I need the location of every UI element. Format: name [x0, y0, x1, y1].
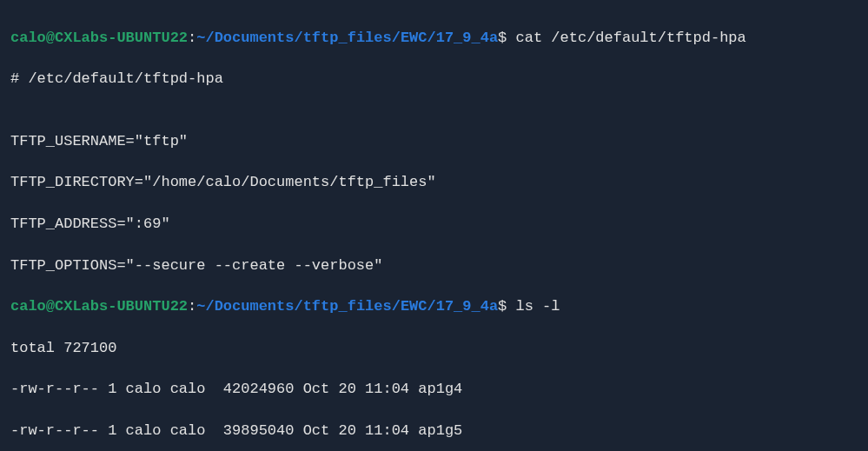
output-address: TFTP_ADDRESS=":69" [10, 214, 858, 235]
output-username: TFTP_USERNAME="tftp" [10, 131, 858, 152]
ls-row: -rw-r--r-- 1 calo calo 39895040 Oct 20 1… [10, 421, 858, 441]
prompt-line-2: calo@CXLabs-UBUNTU22:~/Documents/tftp_fi… [10, 296, 858, 317]
output-options: TFTP_OPTIONS="--secure --create --verbos… [10, 255, 858, 276]
colon: : [188, 298, 196, 315]
output-directory: TFTP_DIRECTORY="/home/calo/Documents/tft… [10, 172, 858, 193]
dollar: $ [498, 30, 507, 46]
terminal-output[interactable]: calo@CXLabs-UBUNTU22:~/Documents/tftp_fi… [10, 7, 858, 451]
path: ~/Documents/tftp_files/EWC/17_9_4a [196, 298, 498, 315]
command-ls: ls -l [516, 298, 560, 315]
path: ~/Documents/tftp_files/EWC/17_9_4a [196, 30, 498, 46]
dollar: $ [498, 298, 507, 315]
user-host: calo@CXLabs-UBUNTU22 [10, 298, 188, 315]
user-host: calo@CXLabs-UBUNTU22 [10, 30, 188, 46]
command-cat: cat /etc/default/tftpd-hpa [516, 30, 746, 46]
colon: : [188, 30, 196, 46]
ls-total: total 727100 [10, 338, 858, 359]
ls-row: -rw-r--r-- 1 calo calo 42024960 Oct 20 1… [10, 379, 858, 400]
output-comment: # /etc/default/tftpd-hpa [10, 69, 858, 90]
prompt-line-1: calo@CXLabs-UBUNTU22:~/Documents/tftp_fi… [10, 28, 858, 49]
